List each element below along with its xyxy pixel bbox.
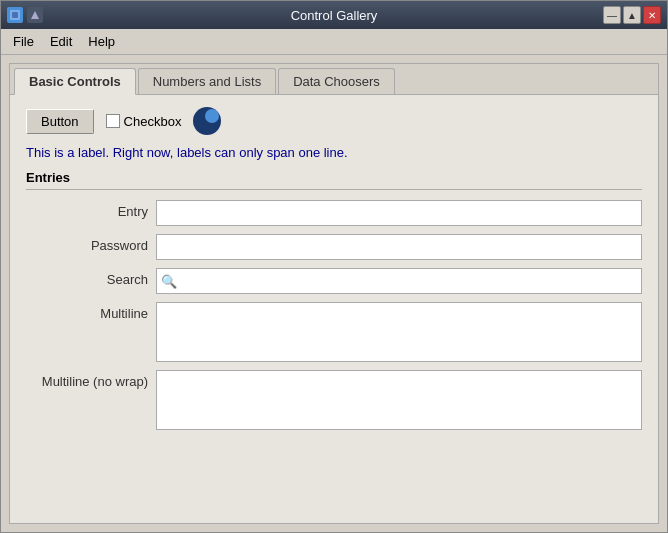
multiline-nowrap-row: Multiline (no wrap) bbox=[26, 370, 642, 430]
checkbox-input[interactable] bbox=[106, 114, 120, 128]
spinner-dot bbox=[205, 109, 219, 123]
password-row: Password bbox=[26, 234, 642, 260]
minimize-icon: — bbox=[607, 10, 617, 21]
content-area: Basic Controls Numbers and Lists Data Ch… bbox=[1, 55, 667, 532]
notebook: Basic Controls Numbers and Lists Data Ch… bbox=[9, 63, 659, 524]
tab-data-choosers[interactable]: Data Choosers bbox=[278, 68, 395, 94]
titlebar: Control Gallery — ▲ ✕ bbox=[1, 1, 667, 29]
password-label: Password bbox=[26, 234, 156, 253]
svg-rect-1 bbox=[12, 12, 18, 18]
tab-content-basic-controls: Button Checkbox This is a label. Right n… bbox=[10, 95, 658, 523]
menu-edit[interactable]: Edit bbox=[42, 32, 80, 51]
app-icon-2 bbox=[27, 7, 43, 23]
titlebar-left bbox=[7, 7, 43, 23]
controls-row: Button Checkbox bbox=[26, 107, 642, 135]
close-button[interactable]: ✕ bbox=[643, 6, 661, 24]
entry-row: Entry bbox=[26, 200, 642, 226]
menu-file[interactable]: File bbox=[5, 32, 42, 51]
menubar: File Edit Help bbox=[1, 29, 667, 55]
search-label: Search bbox=[26, 268, 156, 287]
checkbox-label: Checkbox bbox=[124, 114, 182, 129]
tab-numbers-and-lists[interactable]: Numbers and Lists bbox=[138, 68, 276, 94]
multiline-label: Multiline bbox=[26, 302, 156, 321]
info-label: This is a label. Right now, labels can o… bbox=[26, 145, 642, 160]
search-wrapper: 🔍 bbox=[156, 268, 642, 294]
multiline-row: Multiline bbox=[26, 302, 642, 362]
spinner-icon[interactable] bbox=[193, 107, 221, 135]
demo-button[interactable]: Button bbox=[26, 109, 94, 134]
multiline-input[interactable] bbox=[156, 302, 642, 362]
minimize-button[interactable]: — bbox=[603, 6, 621, 24]
maximize-icon: ▲ bbox=[627, 10, 637, 21]
search-row: Search 🔍 bbox=[26, 268, 642, 294]
menu-help[interactable]: Help bbox=[80, 32, 123, 51]
multiline-nowrap-input[interactable] bbox=[156, 370, 642, 430]
entry-input[interactable] bbox=[156, 200, 642, 226]
entries-section-title: Entries bbox=[26, 170, 642, 190]
search-input[interactable] bbox=[181, 274, 637, 289]
app-icon bbox=[7, 7, 23, 23]
window-title: Control Gallery bbox=[1, 8, 667, 23]
main-window: Control Gallery — ▲ ✕ File Edit Help Bas… bbox=[0, 0, 668, 533]
titlebar-controls: — ▲ ✕ bbox=[603, 6, 661, 24]
multiline-nowrap-label: Multiline (no wrap) bbox=[26, 370, 156, 389]
search-icon: 🔍 bbox=[161, 274, 177, 289]
entry-label: Entry bbox=[26, 200, 156, 219]
tab-bar: Basic Controls Numbers and Lists Data Ch… bbox=[10, 64, 658, 95]
svg-marker-2 bbox=[31, 11, 39, 19]
checkbox-row: Checkbox bbox=[106, 114, 182, 129]
maximize-button[interactable]: ▲ bbox=[623, 6, 641, 24]
tab-basic-controls[interactable]: Basic Controls bbox=[14, 68, 136, 95]
close-icon: ✕ bbox=[648, 10, 656, 21]
password-input[interactable] bbox=[156, 234, 642, 260]
